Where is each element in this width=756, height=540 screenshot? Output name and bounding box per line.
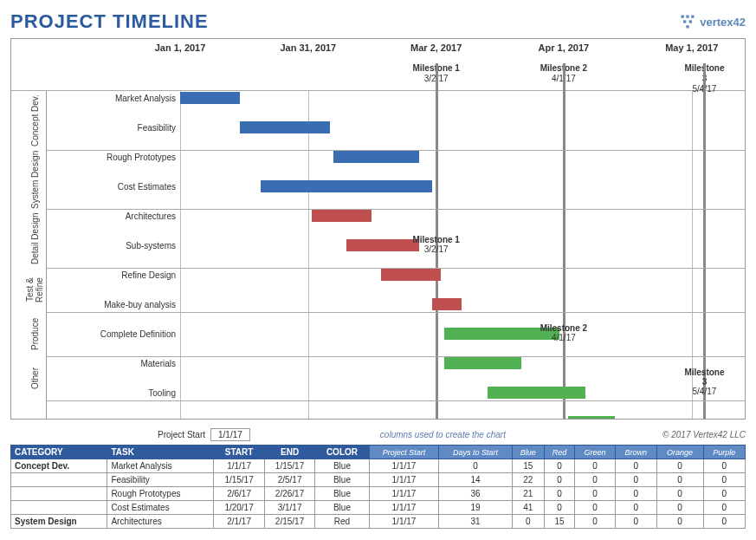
table-cell[interactable]: 0 bbox=[544, 501, 574, 515]
table-cell[interactable]: 0 bbox=[616, 487, 657, 501]
table-cell[interactable]: 0 bbox=[439, 459, 512, 473]
table-cell[interactable]: Market Analysis bbox=[107, 459, 214, 473]
table-cell[interactable]: Red bbox=[315, 515, 369, 529]
table-cell[interactable]: 0 bbox=[575, 473, 616, 487]
project-start-value[interactable]: 1/1/17 bbox=[210, 428, 250, 441]
table-cell[interactable]: 0 bbox=[703, 501, 745, 515]
gantt-row: Materials bbox=[11, 356, 745, 371]
table-cell[interactable]: 41 bbox=[512, 501, 544, 515]
col-header: END bbox=[264, 446, 314, 459]
axis-tick-label: Mar 2, 2017 bbox=[410, 42, 462, 53]
task-label: Sub-systems bbox=[63, 238, 176, 253]
task-label: Rough Prototypes bbox=[63, 150, 176, 165]
table-cell[interactable]: 0 bbox=[616, 459, 657, 473]
table-cell[interactable]: 1/1/17 bbox=[369, 515, 439, 529]
table-cell[interactable]: 1/15/17 bbox=[264, 459, 314, 473]
gantt-bar bbox=[333, 151, 419, 163]
table-cell[interactable]: 0 bbox=[616, 473, 657, 487]
table-cell[interactable]: 0 bbox=[575, 459, 616, 473]
col-header: TASK bbox=[107, 446, 214, 459]
table-cell[interactable] bbox=[11, 473, 107, 487]
table-cell[interactable]: 1/15/17 bbox=[214, 473, 264, 487]
table-row: Cost Estimates1/20/173/1/17Blue1/1/17194… bbox=[11, 501, 746, 515]
task-label: Feasibility bbox=[63, 120, 176, 135]
table-cell[interactable]: 0 bbox=[512, 515, 544, 529]
table-cell[interactable]: 0 bbox=[575, 501, 616, 515]
table-cell[interactable]: 0 bbox=[656, 501, 703, 515]
gantt-bar bbox=[432, 298, 462, 310]
table-cell[interactable]: 1/1/17 bbox=[369, 459, 439, 473]
table-cell[interactable]: Blue bbox=[315, 473, 369, 487]
gantt-row: Cost Estimates bbox=[11, 179, 745, 194]
table-cell[interactable]: 15 bbox=[512, 459, 544, 473]
table-cell[interactable]: 21 bbox=[512, 487, 544, 501]
table-cell[interactable]: 2/5/17 bbox=[264, 473, 314, 487]
col-header-lite: Project Start bbox=[369, 446, 439, 459]
table-cell[interactable]: 31 bbox=[439, 515, 512, 529]
category-label: System Design bbox=[13, 150, 56, 209]
gantt-bar bbox=[261, 180, 431, 192]
table-cell[interactable]: 22 bbox=[512, 473, 544, 487]
table-cell[interactable]: 0 bbox=[703, 459, 745, 473]
table-cell[interactable]: 0 bbox=[703, 515, 745, 529]
table-cell[interactable] bbox=[11, 501, 107, 515]
table-cell[interactable]: 0 bbox=[656, 473, 703, 487]
table-cell[interactable]: Rough Prototypes bbox=[107, 487, 214, 501]
table-cell[interactable]: 0 bbox=[616, 515, 657, 529]
table-cell[interactable]: Architectures bbox=[107, 515, 214, 529]
page-title: PROJECT TIMELINE bbox=[10, 10, 209, 33]
axis-tick-label: Jan 31, 2017 bbox=[280, 42, 336, 53]
task-label: Cost Estimates bbox=[63, 179, 176, 194]
table-cell[interactable]: 3/1/17 bbox=[264, 501, 314, 515]
table-cell[interactable]: Blue bbox=[315, 501, 369, 515]
table-cell[interactable]: 1/1/17 bbox=[369, 487, 439, 501]
col-header-lite: Orange bbox=[656, 446, 703, 459]
table-cell[interactable]: 15 bbox=[544, 515, 574, 529]
section-divider bbox=[46, 312, 745, 313]
table-cell[interactable]: 1/1/17 bbox=[369, 473, 439, 487]
gantt-row: Complete Definition bbox=[11, 327, 745, 342]
table-cell[interactable]: 19 bbox=[439, 501, 512, 515]
axis-tick-label: May 1, 2017 bbox=[665, 42, 718, 53]
table-cell[interactable]: 14 bbox=[439, 473, 512, 487]
table-cell[interactable]: 0 bbox=[656, 459, 703, 473]
table-row: Feasibility1/15/172/5/17Blue1/1/17142200… bbox=[11, 473, 746, 487]
axis-tick-label: Jan 1, 2017 bbox=[155, 42, 206, 53]
table-cell[interactable]: Blue bbox=[315, 459, 369, 473]
table-cell[interactable]: 36 bbox=[439, 487, 512, 501]
table-cell[interactable]: 0 bbox=[544, 473, 574, 487]
vertex-icon bbox=[679, 13, 696, 30]
table-cell[interactable]: 0 bbox=[703, 487, 745, 501]
table-cell[interactable]: 0 bbox=[544, 487, 574, 501]
table-cell[interactable]: Cost Estimates bbox=[107, 501, 214, 515]
table-cell[interactable]: 0 bbox=[575, 515, 616, 529]
table-cell[interactable]: 1/1/17 bbox=[369, 501, 439, 515]
col-header-lite: Green bbox=[575, 446, 616, 459]
table-cell[interactable]: 2/1/17 bbox=[214, 515, 264, 529]
table-cell[interactable]: 0 bbox=[544, 459, 574, 473]
milestone-note: Milestone 35/4/17 bbox=[684, 368, 725, 396]
table-cell[interactable]: 0 bbox=[616, 501, 657, 515]
milestone-note: Milestone 13/2/17 bbox=[412, 235, 459, 254]
table-cell[interactable]: 0 bbox=[656, 487, 703, 501]
table-cell[interactable]: Blue bbox=[315, 487, 369, 501]
table-cell[interactable]: 1/1/17 bbox=[214, 459, 264, 473]
meta-row: Project Start 1/1/17 columns used to cre… bbox=[10, 428, 746, 441]
table-cell[interactable]: 0 bbox=[575, 487, 616, 501]
gantt-row: Feasibility bbox=[11, 120, 745, 135]
table-cell[interactable]: 2/26/17 bbox=[264, 487, 314, 501]
table-cell[interactable]: Concept Dev. bbox=[11, 459, 107, 473]
table-cell[interactable]: Feasibility bbox=[107, 473, 214, 487]
table-cell[interactable]: System Design bbox=[11, 515, 107, 529]
table-cell[interactable] bbox=[11, 487, 107, 501]
section-divider bbox=[46, 209, 745, 210]
gantt-bar bbox=[346, 239, 419, 251]
table-cell[interactable]: 0 bbox=[656, 515, 703, 529]
table-cell[interactable]: 1/20/17 bbox=[214, 501, 264, 515]
svg-rect-4 bbox=[689, 20, 692, 23]
table-cell[interactable]: 0 bbox=[703, 473, 745, 487]
table-cell[interactable]: 2/15/17 bbox=[264, 515, 314, 529]
gantt-bar bbox=[240, 121, 330, 133]
table-cell[interactable]: 2/6/17 bbox=[214, 487, 264, 501]
col-header-lite: Red bbox=[544, 446, 574, 459]
